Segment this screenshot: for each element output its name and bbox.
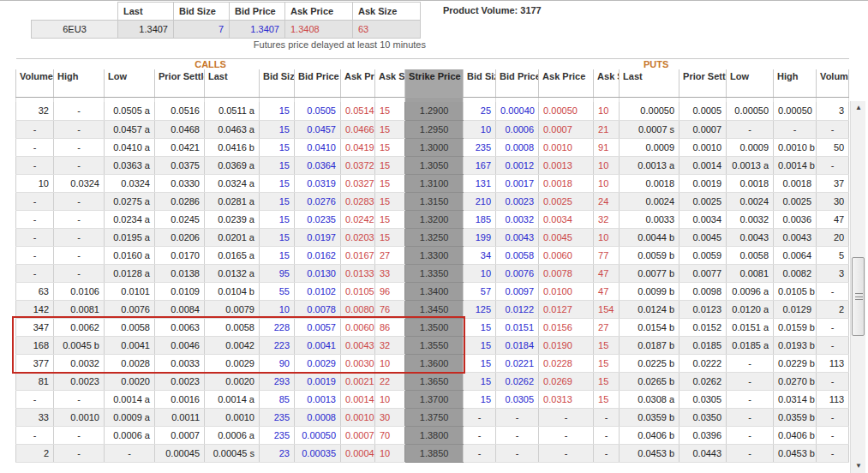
call-high-cell: 0.0045 b [54, 336, 105, 354]
call-low-cell: 0.0410 a [105, 138, 155, 156]
call-low-cell: 0.0101 [105, 282, 155, 300]
strike-price-cell: 1.3050 [405, 156, 464, 174]
call-high-cell: 0.0081 [54, 300, 105, 318]
quote-bid-price: 1.3407 [230, 21, 285, 39]
call-low-cell: 0.0009 a [105, 408, 155, 426]
call-high-cell: - [54, 246, 105, 264]
call-volume-cell: 33 [16, 408, 54, 426]
call-bid-size-cell: 235 [260, 408, 295, 426]
put-bid-size-cell: - [464, 408, 496, 426]
call-bid-price-cell: 0.0364 [295, 156, 341, 174]
product-volume-label: Product Volume: [443, 5, 518, 15]
call-volume-cell: - [16, 228, 54, 246]
strike-price-cell: 1.3500 [405, 318, 464, 336]
call-prior-settle-cell: 0.0063 [155, 318, 205, 336]
call-col-ask-size: Ask Size [375, 69, 405, 97]
put-ask-price-cell: 0.0025 [539, 192, 594, 210]
call-low-cell: 0.0457 a [105, 120, 155, 138]
put-volume-cell: 37 [817, 174, 849, 192]
put-high-cell: - [774, 120, 817, 138]
call-low-cell: 0.0128 a [105, 264, 155, 282]
scrollbar-grip-icon [855, 293, 863, 300]
call-bid-price-cell: 0.0130 [295, 264, 341, 282]
put-bid-size-cell: 15 [464, 372, 496, 390]
strike-price-cell: 1.3100 [405, 174, 464, 192]
call-ask-size-cell: 15 [375, 192, 405, 210]
put-high-cell: 0.0043 [774, 228, 817, 246]
call-high-cell: - [54, 264, 105, 282]
put-last-cell: 0.0013 a [620, 156, 679, 174]
put-bid-size-cell: 15 [464, 336, 496, 354]
call-last-cell: 0.0201 a [205, 228, 260, 246]
call-high-cell: - [54, 210, 105, 228]
put-low-cell: 0.0013 a [727, 156, 774, 174]
scroll-down-arrow-icon[interactable]: ▼ [851, 459, 866, 473]
strike-price-cell: 1.3300 [405, 246, 464, 264]
call-bid-price-cell: 0.0162 [295, 246, 341, 264]
group-strike-spacer [405, 59, 464, 70]
call-high-cell: - [54, 156, 105, 174]
put-low-cell: 0.0081 [727, 264, 774, 282]
quote-ask-price: 1.3408 [285, 21, 353, 39]
put-ask-price-cell: 0.0034 [539, 210, 594, 228]
call-col-low: Low [105, 69, 155, 97]
put-ask-price-cell: 0.0269 [539, 372, 594, 390]
put-ask-price-cell: 0.0313 [539, 390, 594, 408]
call-high-cell: - [54, 120, 105, 138]
scroll-up-arrow-icon[interactable]: ▲ [851, 101, 866, 115]
put-bid-price-cell: 0.0262 [496, 372, 539, 390]
put-bid-price-cell: 0.0006 [496, 120, 539, 138]
strike-price-cell: 1.3650 [405, 372, 464, 390]
put-ask-price-cell: 0.0018 [539, 174, 594, 192]
call-bid-price-cell: 0.0078 [295, 300, 341, 318]
put-ask-size-cell: 32 [594, 210, 620, 228]
call-last-cell: 0.0042 [205, 336, 260, 354]
call-prior-settle-cell: 0.0516 [155, 102, 205, 120]
call-ask-size-cell: 10 [375, 354, 405, 372]
put-ask-size-cell: 77 [594, 246, 620, 264]
call-low-cell: 0.0028 [105, 354, 155, 372]
call-prior-settle-cell: 0.0468 [155, 120, 205, 138]
call-bid-size-cell: 235 [260, 426, 295, 444]
call-volume-cell: - [16, 192, 54, 210]
put-last-cell: 0.0453 b [620, 444, 679, 462]
put-last-cell: 0.0009 [620, 138, 679, 156]
call-high-cell: - [54, 228, 105, 246]
call-last-cell: 0.0369 a [205, 156, 260, 174]
call-bid-size-cell: 85 [260, 390, 295, 408]
call-volume-cell: 142 [16, 300, 54, 318]
put-prior-settle-cell: 0.0014 [679, 156, 727, 174]
put-ask-size-cell: 154 [594, 300, 620, 318]
put-prior-settle-cell: 0.0045 [679, 228, 727, 246]
call-bid-price-cell: 0.0276 [295, 192, 341, 210]
put-prior-settle-cell: 0.0443 [679, 444, 727, 462]
call-bid-size-cell: 223 [260, 336, 295, 354]
call-ask-size-cell: 15 [375, 156, 405, 174]
vertical-scrollbar[interactable]: ▲ ▼ [850, 101, 865, 473]
put-volume-cell: - [817, 156, 849, 174]
call-prior-settle-cell: 0.0421 [155, 138, 205, 156]
put-ask-price-cell: 0.00050 [539, 102, 594, 120]
call-ask-size-cell: 70 [375, 426, 405, 444]
call-ask-price-cell: 0.0080 [341, 300, 375, 318]
call-ask-price-cell: 0.0283 [341, 192, 375, 210]
call-ask-price-cell: 0.0010 [341, 408, 375, 426]
put-bid-price-cell: 0.0076 [496, 264, 539, 282]
put-bid-price-cell: 0.0032 [496, 210, 539, 228]
put-volume-cell: - [817, 318, 849, 336]
put-prior-settle-cell: 0.0005 [679, 102, 727, 120]
call-col-prior-settle: Prior Settle [155, 69, 205, 97]
put-prior-settle-cell: 0.0396 [679, 426, 727, 444]
option-row-1.3600: 3770.00320.00280.00330.0029900.00290.003… [16, 354, 849, 372]
call-last-cell: 0.0132 a [205, 264, 260, 282]
call-low-cell: 0.0020 [105, 372, 155, 390]
call-bid-size-cell: 15 [260, 102, 295, 120]
put-low-cell: 0.0018 [727, 174, 774, 192]
call-prior-settle-cell: 0.0016 [155, 390, 205, 408]
quote-col-ask-price: Ask Price [285, 3, 353, 21]
quote-last: 1.3407 [118, 21, 174, 39]
call-low-cell: 0.0058 [105, 318, 155, 336]
scrollbar-thumb[interactable] [852, 257, 865, 336]
call-last-cell: 0.0281 a [205, 192, 260, 210]
group-header-row: CALLSPUTS [16, 59, 849, 70]
